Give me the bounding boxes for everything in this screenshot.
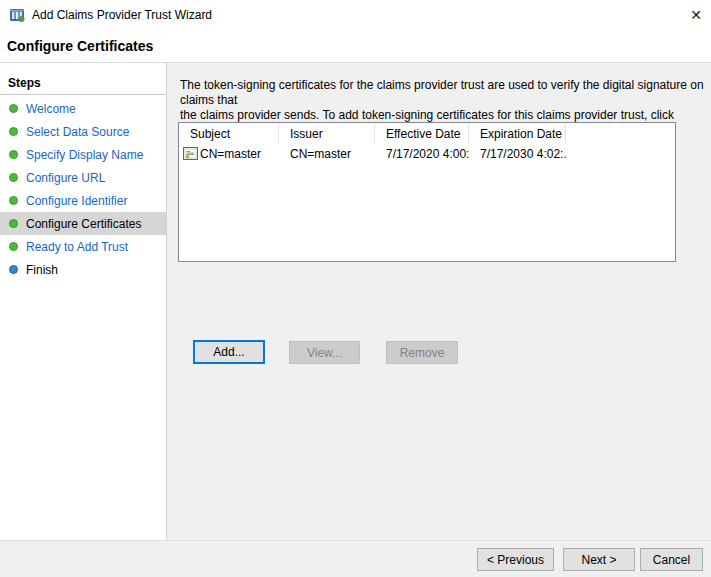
sidebar-item-finish[interactable]: Finish — [0, 258, 166, 281]
step-done-icon — [9, 242, 18, 251]
view-button[interactable]: View... — [289, 341, 360, 364]
column-header-blank — [566, 123, 675, 144]
step-done-icon — [9, 127, 18, 136]
window-title: Add Claims Provider Trust Wizard — [32, 8, 212, 22]
sidebar-item-specify-display-name[interactable]: Specify Display Name — [0, 143, 166, 166]
add-button[interactable]: Add... — [193, 340, 265, 364]
steps-sidebar: Steps Welcome Select Data Source Specify… — [0, 63, 167, 540]
sidebar-item-configure-url[interactable]: Configure URL — [0, 166, 166, 189]
sidebar-item-configure-certificates[interactable]: Configure Certificates — [0, 212, 166, 235]
column-header-subject[interactable]: Subject — [179, 123, 279, 144]
column-header-expiration-date[interactable]: Expiration Date — [469, 123, 566, 144]
cell-effective-date: 7/17/2020 4:00:... — [375, 145, 469, 162]
certificates-table-header: Subject Issuer Effective Date Expiration… — [179, 123, 675, 144]
window-header: Add Claims Provider Trust Wizard ✕ Confi… — [0, 0, 711, 63]
step-done-icon — [9, 196, 18, 205]
step-current-icon — [9, 219, 18, 228]
cell-issuer: CN=master — [279, 145, 375, 162]
cell-subject: CN=master — [179, 145, 279, 162]
step-final-icon — [9, 265, 18, 274]
next-button[interactable]: Next > — [563, 548, 635, 571]
remove-button[interactable]: Remove — [386, 341, 458, 364]
close-icon[interactable]: ✕ — [681, 0, 711, 30]
step-done-icon — [9, 150, 18, 159]
cancel-button[interactable]: Cancel — [640, 548, 703, 571]
column-header-effective-date[interactable]: Effective Date — [375, 123, 469, 144]
sidebar-item-select-data-source[interactable]: Select Data Source — [0, 120, 166, 143]
previous-button[interactable]: < Previous — [477, 548, 554, 571]
page-title: Configure Certificates — [7, 38, 153, 54]
table-row[interactable]: CN=master CN=master 7/17/2020 4:00:... 7… — [179, 145, 675, 162]
sidebar-item-welcome[interactable]: Welcome — [0, 97, 166, 120]
app-icon — [9, 7, 25, 23]
description-line-1: The token-signing certificates for the c… — [180, 78, 707, 108]
cell-expiration-date: 7/17/2030 4:02:... — [469, 145, 566, 162]
sidebar-item-ready-to-add-trust[interactable]: Ready to Add Trust — [0, 235, 166, 258]
column-header-issuer[interactable]: Issuer — [279, 123, 375, 144]
main-pane: The token-signing certificates for the c… — [167, 63, 711, 540]
step-done-icon — [9, 104, 18, 113]
footer-button-bar: < Previous Next > Cancel — [0, 540, 711, 577]
certificate-icon — [183, 147, 198, 160]
steps-header: Steps — [8, 76, 41, 90]
step-done-icon — [9, 173, 18, 182]
certificates-table[interactable]: Subject Issuer Effective Date Expiration… — [178, 122, 676, 262]
steps-divider — [0, 94, 166, 95]
sidebar-item-configure-identifier[interactable]: Configure Identifier — [0, 189, 166, 212]
